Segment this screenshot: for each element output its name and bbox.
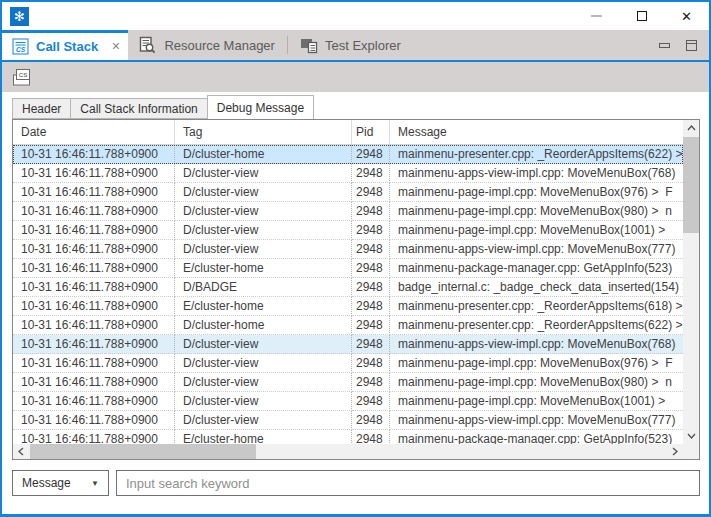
export-call-stack-button[interactable]: CS: [10, 65, 36, 89]
cell-tag: E/cluster-home: [175, 259, 352, 278]
titlebar: ✻ ✕: [2, 2, 709, 30]
panel-restore-icon[interactable]: [686, 40, 697, 51]
table-row[interactable]: 10-31 16:46:11.788+0900 D/BADGE 2948 bad…: [13, 278, 683, 297]
toolbar: CS: [2, 62, 709, 92]
cell-date: 10-31 16:46:11.788+0900: [13, 411, 175, 430]
cell-message: badge_internal.c: _badge_check_data_inse…: [390, 278, 683, 297]
cell-message: mainmenu-package-manager.cpp: GetAppInfo…: [390, 259, 683, 278]
scrollbar-corner: [683, 444, 699, 459]
vertical-scrollbar[interactable]: [683, 120, 699, 444]
cell-date: 10-31 16:46:11.788+0900: [13, 278, 175, 297]
cell-pid: 2948: [352, 240, 390, 259]
cell-date: 10-31 16:46:11.788+0900: [13, 373, 175, 392]
table-row[interactable]: 10-31 16:46:11.788+0900 E/cluster-home 2…: [13, 259, 683, 278]
scroll-left-button[interactable]: [13, 444, 29, 459]
cell-pid: 2948: [352, 259, 390, 278]
column-header-message[interactable]: Message: [390, 120, 683, 144]
subtab-header[interactable]: Header: [12, 98, 71, 119]
cell-message: mainmenu-page-impl.cpp: MoveMenuBox(980)…: [390, 373, 683, 392]
search-field-value: Message: [22, 476, 71, 490]
column-header-pid[interactable]: Pid: [352, 120, 390, 144]
cell-date: 10-31 16:46:11.788+0900: [13, 335, 175, 354]
cell-date: 10-31 16:46:11.788+0900: [13, 221, 175, 240]
cell-pid: 2948: [352, 373, 390, 392]
table-row[interactable]: 10-31 16:46:11.788+0900 D/cluster-home 2…: [13, 145, 683, 164]
cell-date: 10-31 16:46:11.788+0900: [13, 145, 175, 164]
filter-bar: Message ▼: [12, 470, 700, 496]
cell-message: mainmenu-presenter.cpp: _ReorderAppsItem…: [390, 316, 683, 335]
cell-pid: 2948: [352, 278, 390, 297]
cell-date: 10-31 16:46:11.788+0900: [13, 183, 175, 202]
cell-message: mainmenu-page-impl.cpp: MoveMenuBox(1001…: [390, 221, 683, 240]
table-row[interactable]: 10-31 16:46:11.788+0900 D/cluster-home 2…: [13, 316, 683, 335]
cell-message: mainmenu-presenter.cpp: _ReorderAppsItem…: [390, 297, 683, 316]
tab-call-stack[interactable]: CS Call Stack ✕: [2, 30, 128, 60]
tab-test-explorer[interactable]: Test Explorer: [290, 30, 411, 60]
table-row[interactable]: 10-31 16:46:11.788+0900 D/cluster-view 2…: [13, 164, 683, 183]
cell-pid: 2948: [352, 411, 390, 430]
table-row[interactable]: 10-31 16:46:11.788+0900 E/cluster-home 2…: [13, 297, 683, 316]
svg-text:CS: CS: [18, 72, 26, 78]
minimize-icon: [591, 15, 602, 17]
cell-pid: 2948: [352, 354, 390, 373]
tool-tabstrip: CS Call Stack ✕ Resource Manager: [2, 30, 709, 62]
cell-pid: 2948: [352, 202, 390, 221]
table-row[interactable]: 10-31 16:46:11.788+0900 D/cluster-view 2…: [13, 221, 683, 240]
tab-close-icon[interactable]: ✕: [111, 40, 120, 53]
panel-minimize-icon[interactable]: [659, 43, 670, 48]
subtabs: Header Call Stack Information Debug Mess…: [12, 95, 700, 119]
close-icon: ✕: [681, 10, 692, 23]
debug-message-table: Date Tag Pid Message 10-31 16:46:11.788+…: [12, 119, 700, 460]
tab-label: Call Stack: [36, 39, 98, 54]
cell-message: mainmenu-apps-view-impl.cpp: MoveMenuBox…: [390, 240, 683, 259]
log-rows: 10-31 16:46:11.788+0900 D/cluster-home 2…: [13, 145, 683, 446]
cell-date: 10-31 16:46:11.788+0900: [13, 354, 175, 373]
maximize-button[interactable]: [619, 2, 664, 30]
table-row[interactable]: 10-31 16:46:11.788+0900 D/cluster-view 2…: [13, 335, 683, 354]
horizontal-scrollbar[interactable]: [13, 444, 683, 459]
tab-resource-manager[interactable]: Resource Manager: [128, 30, 285, 60]
scroll-up-button[interactable]: [683, 120, 699, 136]
chevron-up-icon: [687, 125, 696, 131]
table-row[interactable]: 10-31 16:46:11.788+0900 D/cluster-view 2…: [13, 411, 683, 430]
cell-message: mainmenu-page-impl.cpp: MoveMenuBox(976)…: [390, 354, 683, 373]
table-row[interactable]: 10-31 16:46:11.788+0900 D/cluster-view 2…: [13, 202, 683, 221]
cell-pid: 2948: [352, 145, 390, 164]
cell-pid: 2948: [352, 392, 390, 411]
resource-manager-icon: [138, 36, 157, 54]
cell-message: mainmenu-apps-view-impl.cpp: MoveMenuBox…: [390, 164, 683, 183]
cell-message: mainmenu-page-impl.cpp: MoveMenuBox(1001…: [390, 392, 683, 411]
chevron-down-icon: ▼: [91, 479, 99, 488]
window-controls: ✕: [574, 2, 709, 30]
cell-pid: 2948: [352, 335, 390, 354]
test-explorer-icon: [300, 37, 318, 54]
horizontal-scroll-thumb[interactable]: [30, 444, 256, 459]
table-row[interactable]: 10-31 16:46:11.788+0900 D/cluster-view 2…: [13, 240, 683, 259]
cell-tag: D/cluster-view: [175, 164, 352, 183]
app-window: ✻ ✕ CS Call Stack ✕: [0, 0, 711, 517]
column-header-date[interactable]: Date: [13, 120, 175, 144]
close-button[interactable]: ✕: [664, 2, 709, 30]
table-row[interactable]: 10-31 16:46:11.788+0900 D/cluster-view 2…: [13, 373, 683, 392]
column-header-tag[interactable]: Tag: [175, 120, 352, 144]
maximize-icon: [637, 11, 647, 21]
cell-tag: D/cluster-view: [175, 335, 352, 354]
scroll-down-button[interactable]: [683, 428, 699, 444]
table-row[interactable]: 10-31 16:46:11.788+0900 D/cluster-view 2…: [13, 183, 683, 202]
cell-message: mainmenu-page-impl.cpp: MoveMenuBox(976)…: [390, 183, 683, 202]
search-field-dropdown[interactable]: Message ▼: [12, 470, 109, 496]
svg-text:CS: CS: [16, 46, 26, 53]
table-row[interactable]: 10-31 16:46:11.788+0900 D/cluster-view 2…: [13, 392, 683, 411]
cs-folder-icon: CS: [12, 67, 35, 88]
vertical-scroll-thumb[interactable]: [683, 137, 699, 233]
cell-date: 10-31 16:46:11.788+0900: [13, 297, 175, 316]
search-input[interactable]: [116, 470, 700, 496]
table-main: Date Tag Pid Message 10-31 16:46:11.788+…: [13, 120, 683, 459]
table-row[interactable]: 10-31 16:46:11.788+0900 D/cluster-view 2…: [13, 354, 683, 373]
scroll-right-button[interactable]: [667, 444, 683, 459]
cell-pid: 2948: [352, 183, 390, 202]
cell-date: 10-31 16:46:11.788+0900: [13, 392, 175, 411]
subtab-debug-message[interactable]: Debug Message: [207, 95, 314, 119]
minimize-button[interactable]: [574, 2, 619, 30]
subtab-call-stack-information[interactable]: Call Stack Information: [70, 98, 207, 119]
